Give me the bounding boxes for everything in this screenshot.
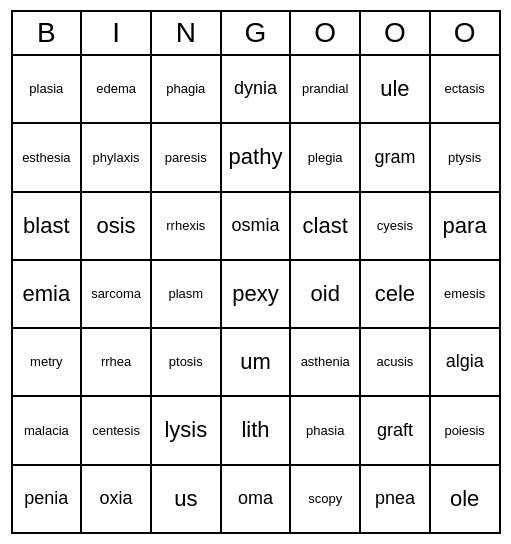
grid-cell: rrhexis — [152, 193, 222, 261]
grid-cell: ule — [361, 56, 431, 124]
grid-cell: ole — [431, 466, 501, 534]
grid-cell: emia — [13, 261, 83, 329]
grid-cell: scopy — [291, 466, 361, 534]
grid-cell: oid — [291, 261, 361, 329]
grid-cell: plegia — [291, 124, 361, 192]
grid-cell: dynia — [222, 56, 292, 124]
grid-cell: pexy — [222, 261, 292, 329]
grid-cell: plasia — [13, 56, 83, 124]
bingo-grid: plasiaedemaphagiadyniaprandialuleectasis… — [11, 56, 501, 534]
grid-cell: metry — [13, 329, 83, 397]
header-cell: N — [152, 12, 222, 56]
grid-cell: acusis — [361, 329, 431, 397]
grid-cell: penia — [13, 466, 83, 534]
grid-cell: cele — [361, 261, 431, 329]
grid-cell: para — [431, 193, 501, 261]
grid-cell: esthesia — [13, 124, 83, 192]
grid-cell: algia — [431, 329, 501, 397]
grid-cell: oma — [222, 466, 292, 534]
grid-cell: sarcoma — [82, 261, 152, 329]
grid-cell: ptysis — [431, 124, 501, 192]
grid-cell: clast — [291, 193, 361, 261]
grid-cell: graft — [361, 397, 431, 465]
grid-cell: plasm — [152, 261, 222, 329]
header-cell: O — [431, 12, 501, 56]
grid-cell: prandial — [291, 56, 361, 124]
grid-cell: malacia — [13, 397, 83, 465]
grid-cell: phylaxis — [82, 124, 152, 192]
header-cell: G — [222, 12, 292, 56]
grid-cell: oxia — [82, 466, 152, 534]
header-cell: I — [82, 12, 152, 56]
grid-cell: rrhea — [82, 329, 152, 397]
grid-cell: pnea — [361, 466, 431, 534]
grid-cell: ptosis — [152, 329, 222, 397]
grid-cell: poiesis — [431, 397, 501, 465]
grid-cell: um — [222, 329, 292, 397]
header-cell: O — [291, 12, 361, 56]
header-cell: O — [361, 12, 431, 56]
grid-cell: blast — [13, 193, 83, 261]
grid-cell: asthenia — [291, 329, 361, 397]
grid-cell: centesis — [82, 397, 152, 465]
grid-cell: paresis — [152, 124, 222, 192]
bingo-header: BINGOOO — [11, 10, 501, 56]
header-cell: B — [13, 12, 83, 56]
grid-cell: cyesis — [361, 193, 431, 261]
grid-cell: ectasis — [431, 56, 501, 124]
grid-cell: pathy — [222, 124, 292, 192]
grid-cell: phagia — [152, 56, 222, 124]
grid-cell: edema — [82, 56, 152, 124]
grid-cell: lysis — [152, 397, 222, 465]
grid-cell: us — [152, 466, 222, 534]
grid-cell: lith — [222, 397, 292, 465]
bingo-board: BINGOOO plasiaedemaphagiadyniaprandialul… — [11, 10, 501, 534]
grid-cell: phasia — [291, 397, 361, 465]
grid-cell: emesis — [431, 261, 501, 329]
grid-cell: osmia — [222, 193, 292, 261]
grid-cell: gram — [361, 124, 431, 192]
grid-cell: osis — [82, 193, 152, 261]
